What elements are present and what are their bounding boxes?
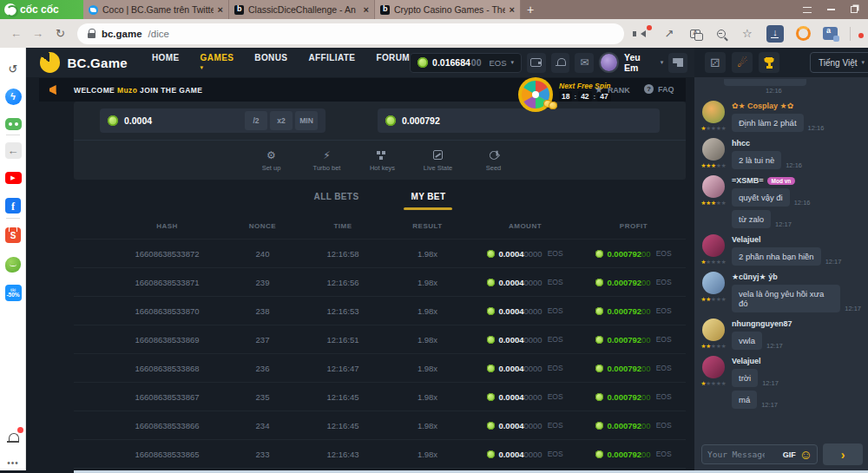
avatar[interactable] xyxy=(702,234,725,257)
chat-panel: 12:16 ★★★★★★ ✿★ Cosplay ★✿ Định làm 2 ph… xyxy=(694,77,868,470)
browser-tab-twitter[interactable]: Coco | BC.Game trên Twitter: × xyxy=(83,0,229,19)
gif-button[interactable]: GIF xyxy=(783,450,796,459)
notifications-button[interactable] xyxy=(551,53,570,73)
min-bet-button[interactable]: MIN xyxy=(295,111,318,130)
nav-affiliate[interactable]: AFFILIATE xyxy=(308,48,355,82)
tab-my-bet[interactable]: MY BET xyxy=(409,187,447,207)
chat-username[interactable]: nhungnguyen87 xyxy=(732,319,861,328)
user-avatar[interactable] xyxy=(599,52,619,73)
chat-message-input[interactable] xyxy=(702,450,770,459)
hot-keys-button[interactable]: Hot keys xyxy=(362,149,404,172)
messages-button[interactable]: ✉ xyxy=(575,53,594,73)
chat-toggle-button[interactable] xyxy=(668,53,687,73)
reload-icon[interactable]: ↻ xyxy=(56,27,65,40)
games-icon[interactable] xyxy=(4,115,22,133)
chat-message-list[interactable]: 12:16 ★★★★★★ ✿★ Cosplay ★✿ Định làm 2 ph… xyxy=(694,77,868,437)
facebook-icon[interactable]: f xyxy=(4,197,22,214)
browser-address-bar: ← → ↻ bc.game/dice ↗ ☆ ↓ xyxy=(0,19,868,48)
youtube-icon[interactable]: ▶ xyxy=(4,169,22,187)
minimize-icon[interactable] xyxy=(827,9,835,10)
table-row[interactable]: 16608638533871 239 12:16:56 1.98x 0.0004… xyxy=(74,267,686,296)
table-row[interactable]: 16608638533869 237 12:16:51 1.98x 0.0004… xyxy=(74,325,686,353)
table-row[interactable]: 16608638533868 236 12:16:47 1.98x 0.0004… xyxy=(74,353,686,382)
nav-forum[interactable]: FORUM xyxy=(376,48,410,82)
chat-username[interactable]: Velajuel xyxy=(732,357,861,365)
send-message-button[interactable]: › xyxy=(823,443,863,465)
more-options-icon[interactable]: ••• xyxy=(4,454,22,471)
download-button[interactable]: ↓ xyxy=(766,25,784,43)
restore-icon[interactable] xyxy=(851,6,858,13)
translate-page-icon[interactable] xyxy=(823,27,838,40)
tab-all-bets[interactable]: ALL BETS xyxy=(312,187,361,207)
forward-icon[interactable]: → xyxy=(32,27,43,40)
back-icon[interactable]: ← xyxy=(10,27,22,40)
avatar[interactable] xyxy=(702,138,725,161)
coccoc-brand[interactable]: cốc cốc xyxy=(0,0,83,19)
dice-games-button[interactable]: ⚂ xyxy=(705,52,726,73)
mute-speaker-icon[interactable] xyxy=(636,27,650,41)
tab-list-icon[interactable] xyxy=(803,7,812,13)
shopee-icon[interactable]: S xyxy=(4,227,22,244)
share-external-icon[interactable]: ↗ xyxy=(662,27,676,41)
new-tab-button[interactable]: + xyxy=(521,0,540,19)
zoom-out-icon[interactable] xyxy=(714,27,728,41)
emoji-icon[interactable]: ☺ xyxy=(799,449,812,461)
green-app-icon[interactable] xyxy=(4,256,22,273)
contest-button[interactable] xyxy=(759,52,779,73)
username-label[interactable]: Yeu Em xyxy=(624,52,655,73)
avatar[interactable] xyxy=(702,319,725,341)
history-icon[interactable]: ↺ xyxy=(4,60,22,77)
setup-button[interactable]: ⚙ Set up xyxy=(251,149,293,172)
double-bet-button[interactable]: x2 xyxy=(270,111,293,130)
live-stats-button[interactable]: Live State xyxy=(418,149,459,172)
partial-chat-bubble xyxy=(724,79,806,86)
table-row[interactable]: 16608638533866 234 12:16:45 1.98x 0.0004… xyxy=(74,411,686,439)
table-row[interactable]: 16608638533865 233 12:16:43 1.98x 0.0004… xyxy=(74,439,686,468)
nav-bonus[interactable]: BONUS xyxy=(254,48,287,82)
chat-username[interactable]: hhcc xyxy=(732,139,861,148)
browser-tab-challenge[interactable]: ClassicDiceChallenge - An × xyxy=(229,0,375,19)
chat-username[interactable]: ★cũnyj★ ỷb xyxy=(732,273,861,281)
notification-bell-icon[interactable] xyxy=(4,430,22,447)
half-bet-button[interactable]: /2 xyxy=(245,111,267,130)
add-shortcut-icon[interactable]: ← xyxy=(4,141,22,159)
chat-bubble: quyết vậy đi xyxy=(732,188,790,207)
avatar[interactable] xyxy=(702,356,725,378)
bet-amount-input[interactable]: 0.0004 /2 x2 MIN xyxy=(100,108,326,133)
avatar[interactable] xyxy=(702,101,725,123)
translate-icon[interactable] xyxy=(688,27,702,41)
url-bar[interactable]: bc.game/dice xyxy=(77,23,624,44)
tab-close-icon[interactable]: × xyxy=(510,4,515,15)
table-row[interactable]: 16608638533870 238 12:16:53 1.98x 0.0004… xyxy=(74,296,686,325)
tab-close-icon[interactable]: × xyxy=(218,4,223,15)
hot-games-button[interactable]: ☄ xyxy=(732,52,753,73)
site-title[interactable]: BC.Game xyxy=(67,56,128,70)
chat-username[interactable]: =XSMB=Mod vn xyxy=(732,176,861,185)
chat-username[interactable]: ✿★ Cosplay ★✿ xyxy=(732,102,861,110)
language-selector[interactable]: Tiếng Việt▾ xyxy=(810,52,868,73)
address-bar-icons: ↗ ☆ ↓ xyxy=(636,25,863,43)
bcgame-logo-icon[interactable] xyxy=(40,52,60,73)
table-row[interactable]: 16608638533867 235 12:16:45 1.98x 0.0004… xyxy=(74,382,686,411)
chat-bubble: trời xyxy=(732,369,758,387)
chat-username[interactable]: Velajuel xyxy=(732,235,861,244)
rank-link[interactable]: ★ RANK xyxy=(595,84,630,95)
balance-selector[interactable]: 0.01668400 EOS ▾ xyxy=(410,53,522,73)
megaphone-icon xyxy=(49,85,62,95)
turbo-bet-button[interactable]: ⚡ Turbo bet xyxy=(306,149,348,172)
avatar[interactable] xyxy=(702,175,725,198)
nav-games[interactable]: GAMES ▾ xyxy=(201,48,234,82)
tab-title: ClassicDiceChallenge - An xyxy=(248,4,359,15)
messenger-icon[interactable]: ϟ xyxy=(4,88,22,105)
nav-home[interactable]: HOME xyxy=(152,48,180,82)
table-row[interactable]: 16608638533872 240 12:16:58 1.98x 0.0004… xyxy=(74,239,686,267)
browser-tab-active[interactable]: Crypto Casino Games - The 8 × xyxy=(375,0,521,19)
faq-link[interactable]: ? FAQ xyxy=(644,84,674,94)
bookmark-star-icon[interactable]: ☆ xyxy=(740,27,754,41)
coccoc-update-icon[interactable] xyxy=(796,26,811,41)
wallet-button[interactable] xyxy=(527,53,546,73)
avatar[interactable] xyxy=(702,272,725,294)
tiki-deal-icon[interactable]: tiki-50% xyxy=(4,284,22,301)
seed-button[interactable]: Seed xyxy=(473,149,515,172)
tab-close-icon[interactable]: × xyxy=(364,4,369,15)
